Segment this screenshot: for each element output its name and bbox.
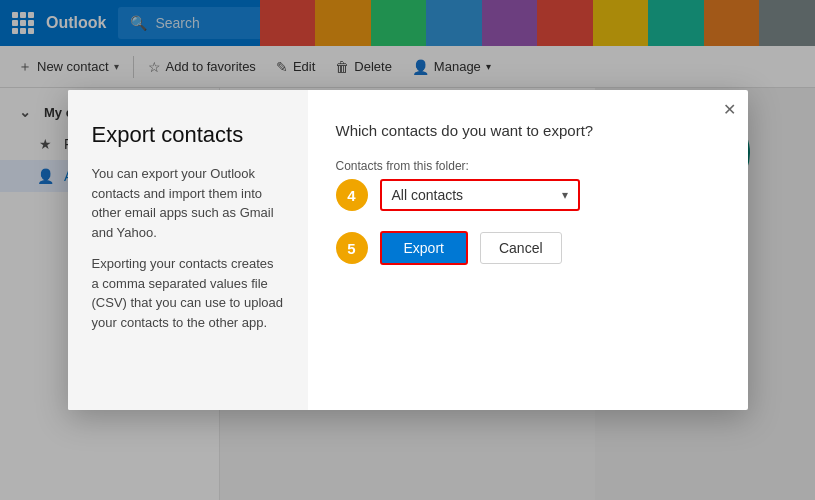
contacts-folder-select[interactable]: All contacts ▾ (380, 179, 580, 211)
modal-desc1: You can export your Outlook contacts and… (92, 164, 284, 242)
select-chevron-icon: ▾ (562, 188, 568, 202)
step-4-row: 4 All contacts ▾ (336, 179, 720, 211)
export-button[interactable]: Export (380, 231, 468, 265)
cancel-button[interactable]: Cancel (480, 232, 562, 264)
step-5-row: 5 Export Cancel (336, 231, 720, 265)
step-4-circle: 4 (336, 179, 368, 211)
step-5-circle: 5 (336, 232, 368, 264)
folder-label: Contacts from this folder: (336, 159, 720, 173)
modal-title: Export contacts (92, 122, 284, 148)
export-contacts-modal: ✕ Export contacts You can export your Ou… (68, 90, 748, 410)
modal-left-panel: Export contacts You can export your Outl… (68, 90, 308, 410)
modal-question: Which contacts do you want to export? (336, 122, 720, 139)
modal-close-button[interactable]: ✕ (723, 100, 736, 119)
modal-desc2: Exporting your contacts creates a comma … (92, 254, 284, 332)
modal-overlay: ✕ Export contacts You can export your Ou… (0, 0, 815, 500)
modal-right-panel: Which contacts do you want to export? Co… (308, 90, 748, 410)
